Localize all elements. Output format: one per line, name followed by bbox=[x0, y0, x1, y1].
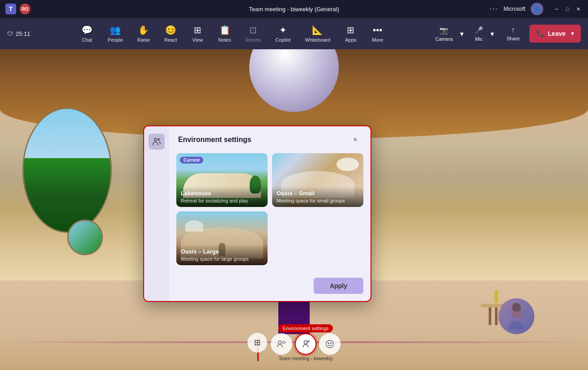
emoji-reaction-button[interactable] bbox=[319, 333, 341, 355]
environment-grid: Current Lakehouse Retreat for socializin… bbox=[176, 153, 363, 265]
minimize-button[interactable]: ─ bbox=[552, 4, 561, 13]
mic-group: 🎤 Mic ▾ bbox=[470, 23, 497, 44]
user-avatar-small[interactable]: RO bbox=[20, 4, 30, 14]
lakehouse-desc: Retreat for socializing and play bbox=[181, 198, 263, 203]
leave-phone-icon: 📞 bbox=[537, 30, 544, 37]
whiteboard-icon: 📐 bbox=[312, 25, 323, 35]
current-badge: Current bbox=[180, 157, 203, 163]
small-window bbox=[67, 219, 103, 255]
svg-point-21 bbox=[326, 340, 334, 348]
oasis-large-overlay: Oasis – Large Meeting space for large gr… bbox=[176, 245, 268, 265]
timer-display: 🛡 25:11 bbox=[7, 30, 30, 37]
title-bar: T RO Team meeting - biweekly (General) ·… bbox=[0, 0, 588, 18]
copilot-label: Copilot bbox=[275, 37, 290, 43]
svg-point-3 bbox=[508, 321, 524, 330]
svg-point-12 bbox=[259, 342, 260, 344]
mic-dropdown[interactable]: ▾ bbox=[488, 27, 497, 41]
dialog-header: Environment settings × bbox=[169, 126, 371, 151]
svg-text:⊕: ⊕ bbox=[307, 340, 310, 343]
maximize-button[interactable]: □ bbox=[563, 4, 572, 13]
meeting-name-label: Team meeting - biweekly bbox=[278, 356, 332, 361]
apps-label: Apps bbox=[345, 37, 356, 43]
apply-button[interactable]: Apply bbox=[314, 278, 363, 294]
window-controls: ─ □ ✕ bbox=[552, 4, 583, 13]
lakehouse-overlay: Lakehouse Retreat for socializing and pl… bbox=[176, 186, 268, 207]
participant-avatar bbox=[499, 298, 534, 334]
title-bar-left: T RO bbox=[5, 4, 30, 14]
svg-point-15 bbox=[259, 344, 260, 346]
notes-button[interactable]: 📋 Notes bbox=[212, 22, 238, 45]
more-options[interactable]: ··· bbox=[490, 5, 498, 13]
grid-view-button[interactable] bbox=[247, 333, 267, 353]
svg-point-18 bbox=[304, 341, 307, 344]
mic-icon: 🎤 bbox=[474, 26, 483, 34]
ms-avatar[interactable]: 👤 bbox=[531, 3, 543, 15]
svg-point-14 bbox=[256, 344, 258, 346]
leave-chevron-icon: ▾ bbox=[571, 30, 574, 37]
timer-value: 25:11 bbox=[16, 30, 30, 37]
share-button[interactable]: ↑ Share bbox=[500, 23, 526, 44]
participant-avatar-inner bbox=[499, 298, 534, 334]
view-icon: ⊞ bbox=[194, 25, 201, 35]
leave-label: Leave bbox=[548, 30, 566, 37]
main-content: Environment settings × Current Lakehouse bbox=[0, 49, 588, 370]
oasis-large-desc: Meeting space for large groups bbox=[181, 256, 263, 262]
env-card-lakehouse[interactable]: Current Lakehouse Retreat for socializin… bbox=[176, 153, 268, 207]
env-card-oasis-large[interactable]: Oasis – Large Meeting space for large gr… bbox=[176, 211, 268, 265]
more-button[interactable]: ••• More bbox=[365, 22, 390, 45]
people-button[interactable]: 👥 People bbox=[102, 22, 129, 45]
leave-button[interactable]: 📞 Leave ▾ bbox=[529, 25, 581, 43]
chat-label: Chat bbox=[82, 37, 92, 43]
apply-btn-row: Apply bbox=[144, 272, 371, 301]
svg-point-13 bbox=[255, 344, 256, 346]
toolbar-items: 💬 Chat 👥 People ✋ Raise 😊 React ⊞ View 📋… bbox=[36, 22, 429, 45]
raise-label: Raise bbox=[137, 37, 150, 43]
empty-grid-cell bbox=[272, 211, 363, 265]
participant-settings-button[interactable] bbox=[271, 333, 292, 355]
svg-point-22 bbox=[328, 343, 329, 344]
meeting-title: Team meeting - biweekly (General) bbox=[249, 6, 339, 13]
apps-icon: ⊞ bbox=[347, 25, 354, 35]
teams-logo: T bbox=[5, 4, 16, 14]
bottom-icons-row: ⊕ bbox=[271, 333, 341, 355]
chat-button[interactable]: 💬 Chat bbox=[75, 22, 100, 45]
oasis-large-title: Oasis – Large bbox=[181, 248, 263, 255]
camera-icon: 📷 bbox=[439, 26, 448, 34]
dialog-content: Current Lakehouse Retreat for socializin… bbox=[169, 153, 371, 272]
mic-label: Mic bbox=[475, 36, 482, 42]
people-icon: 👥 bbox=[110, 25, 121, 35]
view-button[interactable]: ⊞ View bbox=[185, 22, 210, 45]
share-label: Share bbox=[507, 36, 520, 41]
microsoft-label: Microsoft bbox=[503, 6, 525, 12]
camera-dropdown[interactable]: ▾ bbox=[457, 27, 466, 41]
rooms-button[interactable]: ⊡ Rooms bbox=[239, 22, 267, 45]
svg-point-6 bbox=[158, 139, 160, 141]
env-sidebar-icon[interactable] bbox=[149, 133, 165, 150]
notes-icon: 📋 bbox=[219, 25, 230, 35]
react-button[interactable]: 😊 React bbox=[158, 22, 183, 45]
camera-label: Camera bbox=[435, 36, 453, 42]
camera-group: 📷 Camera ▾ bbox=[431, 23, 466, 44]
env-card-oasis-small[interactable]: Oasis – Small Meeting space for small gr… bbox=[272, 153, 363, 207]
svg-point-9 bbox=[259, 340, 260, 342]
copilot-button[interactable]: ✦ Copilot bbox=[269, 22, 297, 45]
close-button[interactable]: ✕ bbox=[574, 4, 583, 13]
whiteboard-label: Whiteboard bbox=[305, 37, 330, 43]
rooms-icon: ⊡ bbox=[249, 25, 257, 35]
dialog-close-button[interactable]: × bbox=[349, 133, 362, 146]
mic-button[interactable]: 🎤 Mic bbox=[470, 23, 488, 44]
environment-settings-button[interactable]: ⊕ bbox=[295, 333, 316, 355]
raise-button[interactable]: ✋ Raise bbox=[131, 22, 156, 45]
apps-button[interactable]: ⊞ Apps bbox=[338, 22, 363, 45]
oasis-small-overlay: Oasis – Small Meeting space for small gr… bbox=[272, 186, 363, 207]
view-label: View bbox=[192, 37, 203, 43]
whiteboard-button[interactable]: 📐 Whiteboard bbox=[299, 22, 337, 45]
camera-button[interactable]: 📷 Camera bbox=[431, 23, 457, 44]
shield-icon: 🛡 bbox=[7, 30, 13, 37]
svg-point-17 bbox=[283, 341, 285, 344]
dialog-sidebar bbox=[144, 126, 169, 301]
more-label: More bbox=[372, 37, 383, 43]
bottom-center-group: Environment settings ⊕ bbox=[271, 324, 341, 361]
svg-point-5 bbox=[154, 138, 157, 141]
dialog-title: Environment settings bbox=[178, 136, 251, 144]
